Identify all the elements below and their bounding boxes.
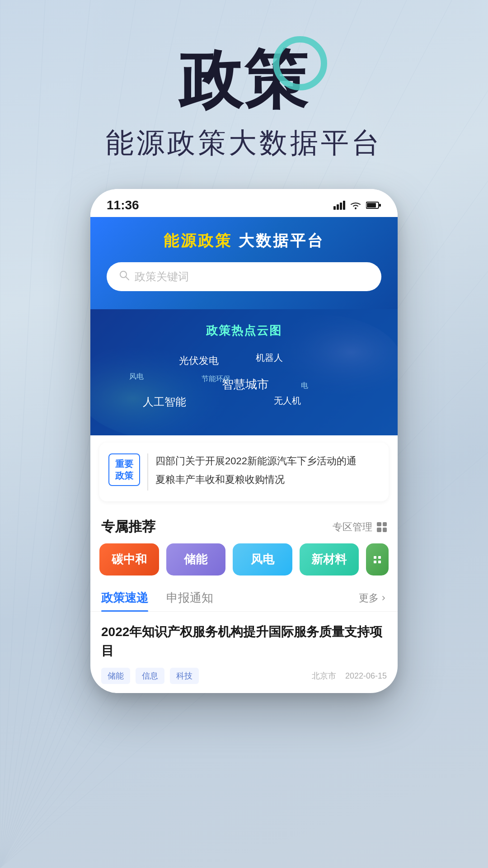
cloud-tag-jiqiren: 机器人: [256, 352, 283, 364]
category-wind[interactable]: 风电: [233, 543, 292, 576]
search-bar[interactable]: 政策关键词: [107, 262, 381, 291]
exclusive-action-label: 专区管理: [333, 520, 372, 534]
svg-rect-31: [378, 556, 381, 559]
app-header-title: 能源政策 大数据平台: [107, 231, 381, 251]
news-tags-row: 储能 信息 科技 北京市 2022-06-15: [101, 668, 387, 684]
hot-cloud-section: 政策热点云图 光伏发电 机器人 节能环保 智慧城市 风电 人工智能 无人机 电: [90, 309, 398, 435]
svg-line-26: [126, 277, 129, 280]
category-material[interactable]: 新材料: [300, 543, 359, 576]
phone-mockup: 11:36: [90, 189, 398, 693]
svg-point-21: [355, 208, 357, 209]
svg-rect-30: [374, 556, 376, 559]
news-article-title: 2022年知识产权服务机构提升国际服务质量支持项目: [101, 623, 387, 660]
hero-subtitle: 能源政策大数据平台: [0, 124, 488, 162]
signal-icon: [333, 201, 345, 210]
news-location: 北京市: [312, 671, 336, 680]
wifi-icon: [350, 201, 361, 210]
svg-rect-17: [333, 206, 336, 210]
notch: [203, 189, 285, 205]
cloud-tag-guangfu: 光伏发电: [179, 354, 219, 368]
policy-divider: [147, 453, 148, 491]
svg-rect-20: [343, 201, 345, 210]
svg-rect-23: [367, 203, 376, 208]
news-article[interactable]: 2022年知识产权服务机构提升国际服务质量支持项目 储能 信息 科技 北京市 2…: [90, 612, 398, 693]
policy-items: 四部门关于开展2022新能源汽车下乡活动的通 夏粮丰产丰收和夏粮收购情况: [155, 453, 380, 491]
battery-icon: [366, 201, 381, 209]
svg-rect-19: [340, 203, 342, 210]
policy-item-2: 夏粮丰产丰收和夏粮收购情况: [155, 472, 380, 487]
category-tags: 碳中和 储能 风电 新材料: [90, 543, 398, 585]
cloud-tags: 光伏发电 机器人 节能环保 智慧城市 风电 人工智能 无人机 电: [107, 349, 381, 422]
cloud-tag-zhihui: 智慧城市: [222, 377, 269, 392]
category-more[interactable]: [366, 543, 389, 576]
news-meta: 北京市 2022-06-15: [312, 670, 387, 681]
app-header: 能源政策 大数据平台 政策关键词: [90, 217, 398, 309]
svg-rect-32: [374, 561, 376, 563]
exclusive-title: 专属推荐: [101, 518, 155, 536]
news-more[interactable]: 更多: [359, 591, 387, 605]
status-time: 11:36: [107, 198, 139, 212]
app-title-white: 大数据平台: [239, 232, 324, 249]
svg-rect-33: [378, 561, 381, 563]
status-icons: [333, 201, 381, 210]
search-icon: [119, 270, 129, 283]
news-tag-info[interactable]: 信息: [136, 668, 164, 684]
cloud-tag-fengdian: 风电: [129, 372, 144, 382]
news-tag-tech[interactable]: 科技: [170, 668, 199, 684]
status-bar: 11:36: [90, 189, 398, 217]
news-tag-storage[interactable]: 储能: [101, 668, 130, 684]
news-date: 2022-06-15: [345, 671, 387, 680]
category-carbon[interactable]: 碳中和: [99, 543, 159, 576]
search-placeholder-text: 政策关键词: [135, 269, 189, 284]
hot-cloud-title: 政策热点云图: [107, 323, 381, 339]
hero-section: 政策 能源政策大数据平台: [0, 0, 488, 189]
svg-rect-18: [337, 204, 339, 210]
grid-icon: [377, 522, 387, 532]
svg-rect-24: [379, 204, 381, 207]
cloud-tag-dian: 电: [301, 381, 308, 391]
cloud-tag-rengong: 人工智能: [143, 395, 186, 409]
cloud-tag-wurenj: 无人机: [274, 395, 301, 407]
policy-badge: 重要 政策: [108, 453, 140, 486]
category-storage[interactable]: 储能: [166, 543, 226, 576]
exclusive-section-header: 专属推荐 专区管理: [90, 509, 398, 543]
tab-policy-express[interactable]: 政策速递: [101, 585, 148, 611]
phone-container: 11:36: [0, 189, 488, 693]
news-tabs: 政策速递 申报通知 更多: [90, 585, 398, 612]
important-policy-section: 重要 政策 四部门关于开展2022新能源汽车下乡活动的通 夏粮丰产丰收和夏粮收购…: [99, 443, 389, 501]
app-title-yellow: 能源政策: [164, 232, 232, 249]
policy-item-1: 四部门关于开展2022新能源汽车下乡活动的通: [155, 453, 380, 468]
circle-decoration: [273, 36, 327, 90]
exclusive-action[interactable]: 专区管理: [333, 520, 387, 534]
tab-application-notice[interactable]: 申报通知: [166, 585, 213, 611]
